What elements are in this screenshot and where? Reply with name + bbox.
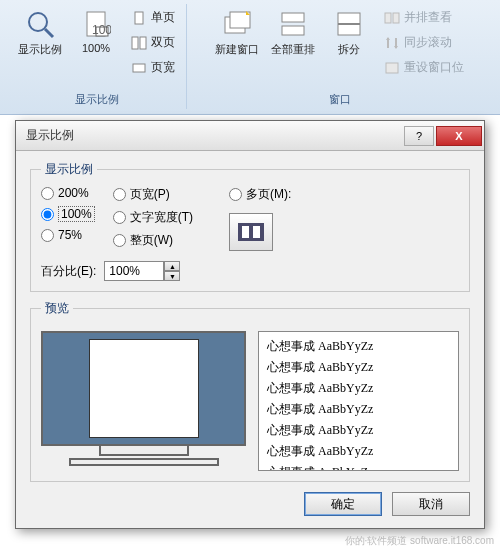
svg-point-0 xyxy=(29,13,47,31)
zoom-fieldset: 显示比例 200% 100% 75% 页宽(P) 文字宽度(T) 整页(W) 多… xyxy=(30,161,470,292)
page-100-icon: 100 xyxy=(81,9,111,39)
radio-text-width[interactable]: 文字宽度(T) xyxy=(113,209,193,226)
arrange-icon xyxy=(278,9,308,39)
svg-rect-13 xyxy=(282,26,304,35)
one-page-button[interactable]: 单页 xyxy=(126,6,180,29)
new-window-icon xyxy=(222,9,252,39)
svg-rect-16 xyxy=(385,13,391,23)
multi-page-icon xyxy=(236,221,266,243)
preview-legend: 预览 xyxy=(41,300,73,317)
svg-rect-12 xyxy=(282,13,304,22)
side-by-side-button[interactable]: 并排查看 xyxy=(379,6,469,29)
percent-input[interactable] xyxy=(104,261,164,281)
window-group-label: 窗口 xyxy=(329,90,351,109)
radio-100[interactable]: 100% xyxy=(41,206,95,222)
arrange-all-button[interactable]: 全部重排 xyxy=(267,4,319,62)
percent-label: 百分比(E): xyxy=(41,263,96,280)
dialog-title: 显示比例 xyxy=(26,127,404,144)
svg-rect-8 xyxy=(133,64,145,72)
radio-page-width[interactable]: 页宽(P) xyxy=(113,186,193,203)
multi-page-picker[interactable] xyxy=(229,213,273,251)
split-icon xyxy=(334,9,364,39)
svg-rect-7 xyxy=(140,37,146,49)
ribbon: 显示比例 100 100% 单页 双页 页宽 显示比例 新建窗口 全部重排 xyxy=(0,0,500,115)
sync-scroll-icon xyxy=(384,35,400,51)
two-page-button[interactable]: 双页 xyxy=(126,31,180,54)
radio-multi-page[interactable]: 多页(M): xyxy=(229,186,291,203)
page-width-button[interactable]: 页宽 xyxy=(126,56,180,79)
one-page-icon xyxy=(131,10,147,26)
spin-up[interactable]: ▲ xyxy=(164,261,180,271)
reset-window-button[interactable]: 重设窗口位 xyxy=(379,56,469,79)
ok-button[interactable]: 确定 xyxy=(304,492,382,516)
ribbon-group-zoom: 显示比例 100 100% 单页 双页 页宽 显示比例 xyxy=(8,4,187,109)
svg-rect-21 xyxy=(253,226,260,238)
watermark: 你的·软件频道 software.it168.com xyxy=(345,534,494,548)
help-button[interactable]: ? xyxy=(404,126,434,146)
pct100-label: 100% xyxy=(82,42,110,54)
svg-rect-18 xyxy=(386,63,398,73)
svg-rect-20 xyxy=(242,226,249,238)
zoom-button[interactable]: 显示比例 xyxy=(14,4,66,62)
two-page-icon xyxy=(131,35,147,51)
svg-rect-6 xyxy=(132,37,138,49)
svg-rect-17 xyxy=(393,13,399,23)
spin-down[interactable]: ▼ xyxy=(164,271,180,281)
zoom-dialog: 显示比例 ? X 显示比例 200% 100% 75% 页宽(P) 文字宽度(T… xyxy=(15,120,485,529)
close-button[interactable]: X xyxy=(436,126,482,146)
svg-rect-5 xyxy=(135,12,143,24)
preview-fieldset: 预览 心想事成 AaBbYyZz 心想事成 AaBbYyZz 心想事成 AaBb… xyxy=(30,300,470,482)
svg-rect-19 xyxy=(238,223,264,241)
magnifier-icon xyxy=(25,9,55,39)
new-window-button[interactable]: 新建窗口 xyxy=(211,4,263,62)
reset-window-icon xyxy=(384,60,400,76)
radio-75[interactable]: 75% xyxy=(41,228,95,242)
cancel-button[interactable]: 取消 xyxy=(392,492,470,516)
sync-scroll-button[interactable]: 同步滚动 xyxy=(379,31,469,54)
preview-sample: 心想事成 AaBbYyZz 心想事成 AaBbYyZz 心想事成 AaBbYyZ… xyxy=(258,331,459,471)
preview-monitor xyxy=(41,331,246,471)
radio-200[interactable]: 200% xyxy=(41,186,95,200)
pct100-button[interactable]: 100 100% xyxy=(70,4,122,59)
percent-spinner[interactable]: ▲ ▼ xyxy=(104,261,180,281)
side-by-side-icon xyxy=(384,10,400,26)
split-button[interactable]: 拆分 xyxy=(323,4,375,62)
svg-line-1 xyxy=(45,29,53,37)
svg-text:100: 100 xyxy=(92,23,111,37)
zoom-group-label: 显示比例 xyxy=(75,90,119,109)
page-width-icon xyxy=(131,60,147,76)
zoom-button-label: 显示比例 xyxy=(18,42,62,57)
radio-whole-page[interactable]: 整页(W) xyxy=(113,232,193,249)
dialog-titlebar[interactable]: 显示比例 ? X xyxy=(16,121,484,151)
zoom-legend: 显示比例 xyxy=(41,161,97,178)
ribbon-group-window: 新建窗口 全部重排 拆分 并排查看 同步滚动 重设窗口位 窗口 xyxy=(187,4,492,109)
